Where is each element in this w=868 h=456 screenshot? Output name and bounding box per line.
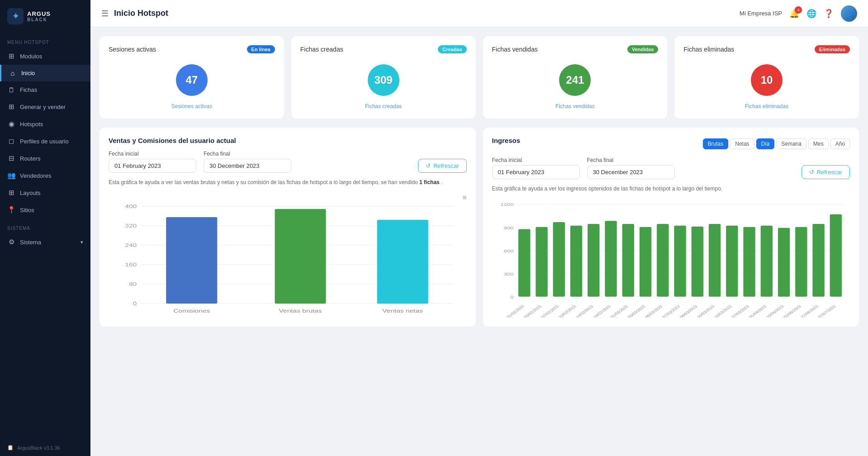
sidebar-item-fichas[interactable]: 🗒 Fichas bbox=[0, 81, 90, 98]
stat-card-vendidas: Fichas vendidas Vendidas 241 Fichas vend… bbox=[483, 36, 668, 119]
inicio-icon: ⌂ bbox=[9, 69, 17, 77]
sidebar-item-layouts[interactable]: ⊞ Layouts bbox=[0, 184, 90, 201]
menu-hotspot-section: MENU HOTSPOT bbox=[0, 33, 90, 48]
svg-text:400: 400 bbox=[125, 204, 137, 209]
filter-brutas[interactable]: Brutas bbox=[703, 138, 729, 149]
svg-text:01/04/2023: 01/04/2023 bbox=[748, 304, 767, 318]
svg-rect-46 bbox=[830, 214, 841, 297]
filter-semana[interactable]: Semana bbox=[776, 138, 806, 149]
avatar[interactable] bbox=[841, 5, 857, 22]
stat-label-vendidas: Fichas vendidas bbox=[555, 103, 595, 109]
sidebar-item-label: Layouts bbox=[20, 190, 41, 196]
version-icon: 📋 bbox=[7, 445, 14, 451]
stat-circle-eliminadas: 10 bbox=[751, 64, 783, 96]
sidebar-item-inicio[interactable]: ⌂ Inicio bbox=[0, 65, 90, 81]
ventas-date-inicial-input[interactable] bbox=[109, 159, 196, 173]
svg-rect-13 bbox=[275, 209, 326, 304]
svg-text:Ventas netas: Ventas netas bbox=[382, 308, 423, 314]
svg-rect-35 bbox=[639, 227, 651, 297]
ingresos-date-inicial-input[interactable] bbox=[492, 165, 580, 179]
svg-rect-36 bbox=[657, 224, 669, 297]
filter-mes[interactable]: Mes bbox=[808, 138, 829, 149]
hamburger-icon[interactable]: ☰ bbox=[101, 9, 109, 19]
filter-ano[interactable]: Año bbox=[830, 138, 850, 149]
ingresos-chart-card: Ingresos Brutas Netas Día Semana Mes Año… bbox=[483, 128, 859, 327]
help-icon[interactable]: ❓ bbox=[824, 9, 834, 19]
svg-text:240: 240 bbox=[125, 242, 137, 248]
ingresos-chart-svg: 1200 900 600 300 0 bbox=[492, 200, 850, 318]
svg-text:Ventas brutas: Ventas brutas bbox=[279, 308, 322, 314]
svg-rect-41 bbox=[743, 227, 755, 297]
svg-text:07/03/2023: 07/03/2023 bbox=[661, 304, 681, 318]
content-area: Sesiones activas En línea 47 Sesiones ac… bbox=[90, 27, 868, 456]
page-title: Inicio Hotspot bbox=[114, 9, 168, 18]
ingresos-bar-chart: 1200 900 600 300 0 bbox=[492, 200, 850, 318]
svg-text:27/03/2023: 27/03/2023 bbox=[730, 304, 750, 318]
sidebar-item-label: Routers bbox=[20, 155, 41, 162]
ventas-date-final-group: Fecha final bbox=[204, 151, 291, 173]
svg-text:16/03/2023: 16/03/2023 bbox=[713, 304, 732, 318]
svg-text:14/02/2023: 14/02/2023 bbox=[574, 304, 594, 318]
ingresos-date-row: Fecha inicial Fecha final ↺ Refrescar bbox=[492, 157, 850, 179]
svg-rect-32 bbox=[588, 224, 599, 297]
ventas-chart-title: Ventas y Comisiones del usuario actual bbox=[109, 137, 467, 144]
ventas-refresh-button[interactable]: ↺ Refrescar bbox=[418, 159, 466, 173]
svg-text:08/03/2023: 08/03/2023 bbox=[678, 304, 698, 318]
svg-rect-33 bbox=[605, 221, 617, 297]
svg-text:160: 160 bbox=[125, 262, 137, 267]
sidebar-item-label: Sistema bbox=[20, 239, 41, 246]
svg-rect-38 bbox=[691, 227, 703, 297]
sidebar-item-label: Perfiles de usuario bbox=[20, 138, 69, 145]
svg-text:01/02/2023: 01/02/2023 bbox=[505, 304, 525, 318]
ventas-date-row: Fecha inicial Fecha final ↺ Refrescar bbox=[109, 151, 467, 173]
ventas-date-final-input[interactable] bbox=[204, 159, 291, 173]
refresh-icon: ↺ bbox=[809, 169, 814, 176]
sidebar-item-generar[interactable]: ⊞ Generar y vender bbox=[0, 98, 90, 115]
sidebar-item-perfiles[interactable]: ◻ Perfiles de usuario bbox=[0, 133, 90, 150]
ventas-date-final-label: Fecha final bbox=[204, 151, 291, 157]
sidebar-item-sistema[interactable]: ⚙ Sistema ▾ bbox=[0, 233, 90, 251]
modulos-icon: ⊞ bbox=[7, 52, 15, 60]
sidebar-item-label: Sitios bbox=[20, 207, 34, 214]
sidebar-item-routers[interactable]: ⊟ Routers bbox=[0, 150, 90, 167]
stat-title-eliminadas: Fichas eliminadas bbox=[683, 46, 734, 53]
svg-rect-28 bbox=[518, 229, 530, 297]
sidebar-item-label: Generar y vender bbox=[20, 104, 66, 110]
svg-rect-39 bbox=[708, 224, 720, 297]
ingresos-filters: Brutas Netas Día Semana Mes Año bbox=[703, 138, 850, 149]
stat-circle-creadas: 309 bbox=[368, 64, 399, 96]
ingresos-date-final-input[interactable] bbox=[587, 165, 675, 179]
svg-text:06/03/2023: 06/03/2023 bbox=[644, 304, 663, 318]
sistema-icon: ⚙ bbox=[7, 238, 15, 246]
stat-badge-sesiones: En línea bbox=[247, 45, 275, 53]
ingresos-date-final-label: Fecha final bbox=[587, 157, 675, 163]
ingresos-chart-desc: Esta gráfica te ayuda a ver los ingresos… bbox=[492, 185, 850, 193]
notification-icon[interactable]: 🔔 4 bbox=[789, 9, 799, 19]
svg-text:600: 600 bbox=[503, 248, 513, 253]
stat-card-header: Fichas vendidas Vendidas bbox=[492, 45, 659, 53]
stat-label-creadas: Fichas creadas bbox=[365, 103, 402, 109]
ingresos-date-inicial-label: Fecha inicial bbox=[492, 157, 580, 163]
sidebar-item-label: Hotspots bbox=[20, 121, 43, 128]
svg-text:0: 0 bbox=[133, 301, 137, 306]
filter-dia[interactable]: Día bbox=[756, 138, 775, 149]
stat-card-sesiones: Sesiones activas En línea 47 Sesiones ac… bbox=[100, 36, 284, 119]
sidebar-item-sitios[interactable]: 📍 Sitios bbox=[0, 201, 90, 218]
hotspots-icon: ◉ bbox=[7, 120, 15, 128]
svg-rect-45 bbox=[812, 224, 824, 297]
svg-rect-29 bbox=[536, 227, 547, 297]
sidebar-item-vendedores[interactable]: 👥 Vendedores bbox=[0, 167, 90, 184]
filter-netas[interactable]: Netas bbox=[730, 138, 754, 149]
stat-circle-vendidas: 241 bbox=[559, 64, 591, 96]
sidebar-logo: ✦ ARGUS BLACK bbox=[0, 0, 90, 33]
ingresos-date-inicial-group: Fecha inicial bbox=[492, 157, 580, 179]
sidebar-item-hotspots[interactable]: ◉ Hotspots bbox=[0, 115, 90, 133]
ventas-date-inicial-group: Fecha inicial bbox=[109, 151, 196, 173]
sidebar-item-modulos[interactable]: ⊞ Modulos bbox=[0, 48, 90, 65]
svg-text:80: 80 bbox=[129, 281, 137, 287]
globe-icon[interactable]: 🌐 bbox=[806, 9, 816, 19]
ingresos-refresh-button[interactable]: ↺ Refrescar bbox=[802, 165, 850, 179]
stat-card-eliminadas: Fichas eliminadas Eliminadas 10 Fichas e… bbox=[674, 36, 859, 119]
ingresos-chart-title: Ingresos bbox=[492, 137, 521, 144]
svg-text:0: 0 bbox=[510, 294, 513, 299]
